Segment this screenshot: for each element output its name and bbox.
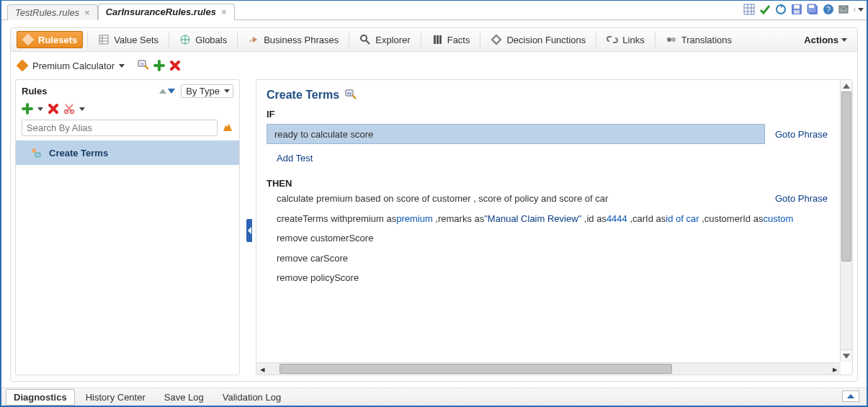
scroll-thumb[interactable] [841,91,851,262]
close-icon[interactable]: × [84,7,90,18]
tab-decision-functions[interactable]: Decision Functions [485,31,591,48]
tab-facts[interactable]: Facts [426,31,476,48]
delete-rule-icon[interactable] [48,103,59,115]
add-test-link[interactable]: Add Test [277,153,313,164]
scroll-down-icon[interactable] [841,349,852,362]
tab-label: Rulesets [38,35,77,45]
clear-search-icon[interactable] [222,122,233,134]
scroll-up-icon[interactable] [841,80,852,92]
chevron-down-icon [841,38,847,42]
sort-by-label: By Type [186,86,220,97]
rulesets-icon [22,34,34,45]
search-input[interactable] [22,120,218,136]
collapse-bottom-panel[interactable] [842,390,859,402]
explorer-icon [359,34,371,45]
actions-label: Actions [804,35,838,45]
if-condition-text: ready to calculate score [274,129,373,140]
cut-icon[interactable] [63,103,75,115]
tab-value-sets[interactable]: Value Sets [92,31,164,48]
tab-business-phrases[interactable]: Business Phrases [242,31,344,48]
editor-tab-testrules[interactable]: TestRules.rules × [7,4,98,20]
then-action-row[interactable]: remove carScore [277,253,831,264]
bottom-panel-tabs: Diagnostics History Center Save Log Vali… [1,388,867,406]
svg-text:xy: xy [347,91,352,95]
bottom-tab-history[interactable]: History Center [78,389,153,406]
svg-rect-17 [439,35,442,44]
tab-globals[interactable]: Globals [174,31,233,48]
ruleset-icon [17,60,28,71]
svg-text:xy: xy [140,61,144,66]
facts-icon [431,34,443,45]
scroll-thumb[interactable] [279,364,672,374]
editor-content: Rulesets Value Sets Globals Business Phr… [1,20,867,406]
tab-label: Globals [195,35,227,45]
valuesets-icon [98,34,109,45]
svg-text:?: ? [826,5,831,14]
then-action-row[interactable]: calculate premium based on score of cust… [277,193,831,205]
rules-panel-header: Rules By Type [16,80,239,101]
then-action-row[interactable]: remove policyScore [277,272,831,284]
tab-explorer[interactable]: Explorer [354,31,416,48]
edit-rule-icon[interactable]: xy [345,89,357,101]
add-rule-dropdown[interactable] [37,107,43,111]
tab-links[interactable]: Links [601,31,650,48]
bottom-tab-label: Diagnostics [14,392,67,403]
rule-list-item[interactable]: Create Terms [16,140,239,165]
bottom-tab-label: Validation Log [223,392,281,403]
add-rule-icon[interactable] [22,103,33,115]
grid-icon[interactable] [743,4,755,15]
close-icon[interactable]: × [221,6,227,17]
rule-icon [30,147,42,158]
goto-phrase-link[interactable]: Goto Phrase [772,129,831,140]
svg-point-18 [667,37,671,42]
bottom-tab-savelog[interactable]: Save Log [156,389,212,406]
cut-dropdown[interactable] [79,107,85,111]
horizontal-scrollbar[interactable]: ◂ ▸ [256,362,841,375]
sort-descending-icon [168,89,175,94]
split-handle[interactable] [244,79,254,381]
body-split: Rules By Type [11,79,857,381]
if-condition-input[interactable]: ready to calculate score [267,124,765,144]
scroll-right-icon[interactable]: ▸ [829,363,841,375]
bottom-tab-label: History Center [86,392,146,403]
rules-search-row [16,118,239,140]
then-action-row[interactable]: remove customerScore [277,233,831,244]
tab-menu-dropdown[interactable] [854,8,862,12]
goto-phrase-link[interactable]: Goto Phrase [772,193,831,204]
validate-icon[interactable] [759,4,771,15]
save-all-icon[interactable] [807,4,818,15]
help-icon[interactable]: ? [823,4,834,15]
editor-tab-carinsurance[interactable]: CarInsuranceRules.rules × [98,4,235,20]
sort-direction-toggle[interactable] [159,89,175,94]
bottom-tab-diagnostics[interactable]: Diagnostics [6,389,75,406]
add-icon[interactable] [153,60,165,71]
tab-label: Explorer [375,35,410,45]
rule-list-item-label: Create Terms [49,148,108,158]
editor-tab-label: CarInsuranceRules.rules [106,6,216,17]
mail-icon[interactable] [838,4,850,15]
save-icon[interactable] [791,4,802,15]
tab-translations[interactable]: Translations [660,31,738,48]
rule-title: Create Terms [267,89,339,102]
scroll-left-icon[interactable]: ◂ [256,363,268,375]
then-action-row[interactable]: createTerms withpremium aspremium ,remar… [277,213,831,225]
bottom-tab-validationlog[interactable]: Validation Log [215,389,289,406]
rules-panel-toolbar [16,101,239,118]
delete-icon[interactable] [169,60,181,71]
actions-menu[interactable]: Actions [800,32,851,48]
sort-by-dropdown[interactable]: By Type [181,84,233,98]
rule-editor: Create Terms xy IF ready to calculate sc… [256,79,853,375]
decisionfn-icon [491,34,502,45]
chevron-down-icon [119,64,125,68]
vertical-scrollbar[interactable] [840,80,852,362]
svg-rect-15 [434,35,436,44]
tab-label: Facts [447,35,470,45]
phrases-icon [248,34,259,45]
tab-rulesets[interactable]: Rulesets [17,31,83,48]
ruleset-selector[interactable]: Premium Calculator [17,60,125,71]
edit-icon[interactable]: xy [138,60,149,71]
designer-primary-toolbar: Rulesets Value Sets Globals Business Phr… [11,28,857,52]
svg-rect-11 [22,34,34,45]
refresh-icon[interactable] [775,4,787,15]
sort-ascending-icon [159,89,166,94]
